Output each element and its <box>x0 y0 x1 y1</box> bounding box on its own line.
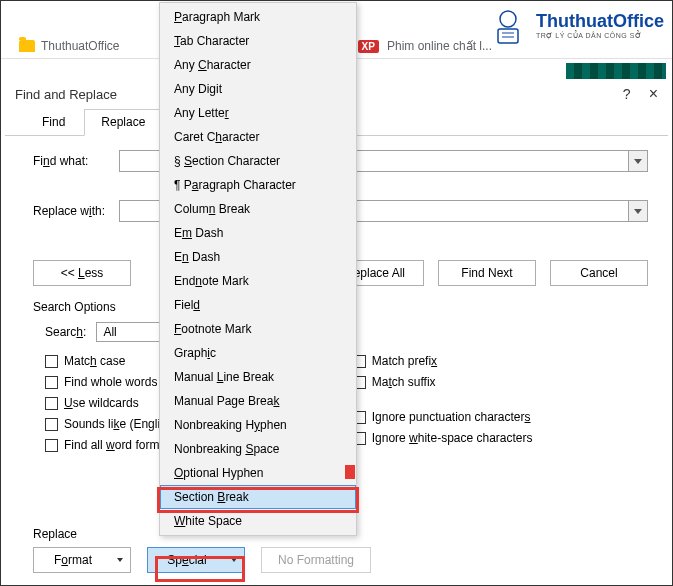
menu-item-column-break[interactable]: Column Break <box>160 197 356 221</box>
check-match-suffix[interactable]: Match suffix <box>372 375 436 389</box>
menu-item-manual-page-break[interactable]: Manual Page Break <box>160 389 356 413</box>
checks-left-column: Match case Find whole words Use wildcard… <box>45 354 173 452</box>
menu-item-any-letter[interactable]: Any Letter <box>160 101 356 125</box>
svg-rect-1 <box>498 29 518 43</box>
check-whole-words[interactable]: Find whole words <box>64 375 157 389</box>
check-match-prefix[interactable]: Match prefix <box>372 354 437 368</box>
menu-item-em-dash[interactable]: Em Dash <box>160 221 356 245</box>
check-sounds-like[interactable]: Sounds like (English <box>64 417 173 431</box>
menu-item-nonbreaking-space[interactable]: Nonbreaking Space <box>160 437 356 461</box>
find-what-label: Find what: <box>33 154 111 168</box>
logo-tagline: TRỢ LÝ CỦA DÂN CÔNG SỞ <box>536 32 664 40</box>
menu-item-en-dash[interactable]: En Dash <box>160 245 356 269</box>
checkbox[interactable] <box>45 376 58 389</box>
menu-item-section-character[interactable]: § Section Character <box>160 149 356 173</box>
format-button[interactable]: Format <box>33 547 131 573</box>
checkbox[interactable] <box>45 397 58 410</box>
menu-item-manual-line-break[interactable]: Manual Line Break <box>160 365 356 389</box>
menu-item-white-space[interactable]: White Space <box>160 509 356 533</box>
tab-find[interactable]: Find <box>25 109 82 135</box>
no-formatting-button: No Formatting <box>261 547 371 573</box>
special-button[interactable]: Special <box>147 547 245 573</box>
check-ignore-whitespace[interactable]: Ignore white-space characters <box>372 431 533 445</box>
replace-with-label: Replace with: <box>33 204 111 218</box>
checkbox[interactable] <box>45 355 58 368</box>
check-word-forms[interactable]: Find all word forma <box>64 438 166 452</box>
tab-phim[interactable]: Phim online chất l... <box>387 39 492 53</box>
decorative-strip <box>566 63 666 79</box>
search-direction-label: Search: <box>45 325 86 339</box>
dialog-title: Find and Replace <box>15 87 117 102</box>
special-menu: Paragraph Mark Tab Character Any Charact… <box>159 2 357 536</box>
check-match-case[interactable]: Match case <box>64 354 125 368</box>
browser-tab[interactable]: ThuthuatOffice <box>19 39 120 53</box>
menu-item-nonbreaking-hyphen[interactable]: Nonbreaking Hyphen <box>160 413 356 437</box>
annotation-marker <box>345 465 355 479</box>
menu-item-section-break[interactable]: Section Break <box>160 485 356 509</box>
menu-item-endnote-mark[interactable]: Endnote Mark <box>160 269 356 293</box>
site-logo: ThuthuatOffice TRỢ LÝ CỦA DÂN CÔNG SỞ <box>486 3 664 47</box>
menu-item-tab-character[interactable]: Tab Character <box>160 29 356 53</box>
check-ignore-punct[interactable]: Ignore punctuation characters <box>372 410 531 424</box>
logo-mascot-icon <box>486 3 530 47</box>
less-button[interactable]: << Less <box>33 260 131 286</box>
menu-item-caret-character[interactable]: Caret Character <box>160 125 356 149</box>
menu-item-footnote-mark[interactable]: Footnote Mark <box>160 317 356 341</box>
menu-item-any-digit[interactable]: Any Digit <box>160 77 356 101</box>
menu-item-paragraph-mark[interactable]: Paragraph Mark <box>160 5 356 29</box>
xp-badge-icon: XP <box>358 40 379 53</box>
logo-text: ThuthuatOffice <box>536 11 664 32</box>
checkbox[interactable] <box>45 439 58 452</box>
menu-item-field[interactable]: Field <box>160 293 356 317</box>
svg-point-0 <box>500 11 516 27</box>
find-next-button[interactable]: Find Next <box>438 260 536 286</box>
menu-item-optional-hyphen[interactable]: Optional Hyphen <box>160 461 356 485</box>
help-button[interactable]: ? <box>623 86 631 102</box>
close-icon[interactable]: × <box>649 85 658 103</box>
tab-replace[interactable]: Replace <box>84 109 162 136</box>
cancel-button[interactable]: Cancel <box>550 260 648 286</box>
folder-icon <box>19 40 35 52</box>
check-wildcards[interactable]: Use wildcards <box>64 396 139 410</box>
tab-label: ThuthuatOffice <box>41 39 120 53</box>
menu-item-graphic[interactable]: Graphic <box>160 341 356 365</box>
menu-item-paragraph-character[interactable]: ¶ Paragraph Character <box>160 173 356 197</box>
checkbox[interactable] <box>45 418 58 431</box>
menu-item-any-character[interactable]: Any Character <box>160 53 356 77</box>
